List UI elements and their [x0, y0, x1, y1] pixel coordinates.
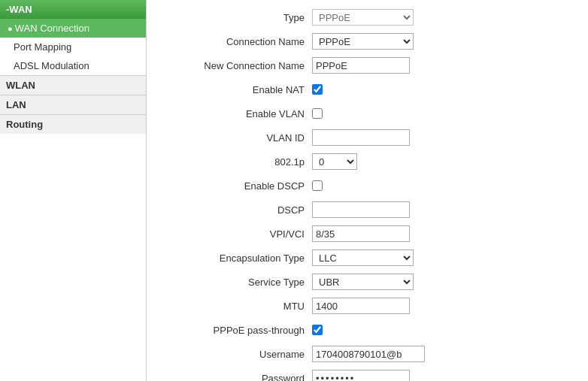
- mtu-input[interactable]: [312, 298, 410, 314]
- enable-nat-row: Enable NAT: [162, 80, 573, 99]
- connection-name-select[interactable]: PPPoE: [312, 33, 414, 50]
- dscp-label: DSCP: [162, 204, 312, 216]
- sidebar-item-label: WAN Connection: [15, 23, 89, 34]
- vlan-8021p-label: 802.1p: [162, 156, 312, 168]
- vpivci-input[interactable]: [312, 225, 410, 242]
- mtu-label: MTU: [162, 301, 312, 312]
- vpivci-row: VPI/VCI: [162, 224, 573, 243]
- vlan-id-label: VLAN ID: [162, 132, 312, 144]
- encapsulation-type-select[interactable]: LLC VC-Mux: [312, 249, 414, 266]
- dscp-input[interactable]: [312, 201, 410, 218]
- sidebar-item-label: Port Mapping: [14, 41, 71, 53]
- enable-nat-checkbox[interactable]: [312, 84, 323, 95]
- type-select[interactable]: PPPoEPPPoAMERIPoABridge: [312, 9, 414, 26]
- sidebar-item-port-mapping[interactable]: Port Mapping: [0, 38, 146, 56]
- password-row: Password: [162, 368, 573, 381]
- enable-vlan-checkbox[interactable]: [312, 108, 323, 119]
- type-label: Type: [162, 12, 312, 23]
- service-type-row: Service Type UBR CBR VBR-nrt VBR-rt: [162, 272, 573, 292]
- sidebar-item-adsl-modulation[interactable]: ADSL Modulation: [0, 56, 146, 75]
- encapsulation-type-label: Encapsulation Type: [162, 252, 312, 264]
- connection-name-row: Connection Name PPPoE: [162, 32, 573, 51]
- pppoe-passthrough-checkbox[interactable]: [312, 325, 323, 335]
- new-connection-name-label: New Connection Name: [162, 60, 312, 71]
- username-row: Username: [162, 344, 573, 364]
- vlan-id-row: VLAN ID: [162, 128, 573, 147]
- new-connection-name-input[interactable]: [312, 57, 410, 74]
- vlan-id-input[interactable]: [312, 129, 410, 146]
- enable-dscp-row: Enable DSCP: [162, 176, 573, 195]
- sidebar-section-routing[interactable]: Routing: [0, 114, 146, 134]
- username-label: Username: [162, 349, 312, 360]
- encapsulation-type-row: Encapsulation Type LLC VC-Mux: [162, 248, 573, 268]
- sidebar-header: -WAN: [0, 0, 146, 19]
- pppoe-passthrough-row: PPPoE pass-through: [162, 320, 573, 340]
- username-input[interactable]: [312, 346, 425, 362]
- enable-dscp-label: Enable DSCP: [162, 180, 312, 192]
- enable-nat-label: Enable NAT: [162, 84, 312, 95]
- dscp-row: DSCP: [162, 200, 573, 219]
- connection-name-label: Connection Name: [162, 36, 312, 47]
- service-type-label: Service Type: [162, 277, 312, 288]
- enable-vlan-row: Enable VLAN: [162, 104, 573, 123]
- vlan-8021p-row: 802.1p 01234567: [162, 152, 573, 171]
- sidebar-section-wlan[interactable]: WLAN: [0, 75, 146, 95]
- vpivci-label: VPI/VCI: [162, 228, 312, 240]
- mtu-row: MTU: [162, 296, 573, 316]
- password-label: Password: [162, 373, 312, 382]
- new-connection-name-row: New Connection Name: [162, 56, 573, 75]
- sidebar-item-label: ADSL Modulation: [14, 60, 89, 71]
- sidebar-section-lan[interactable]: LAN: [0, 95, 146, 114]
- sidebar-item-wan-connection[interactable]: WAN Connection: [0, 19, 146, 38]
- vlan-8021p-select[interactable]: 01234567: [312, 153, 357, 170]
- main-content: Type PPPoEPPPoAMERIPoABridge Connection …: [147, 0, 588, 381]
- type-row: Type PPPoEPPPoAMERIPoABridge: [162, 8, 573, 27]
- service-type-select[interactable]: UBR CBR VBR-nrt VBR-rt: [312, 274, 414, 290]
- enable-vlan-label: Enable VLAN: [162, 108, 312, 119]
- pppoe-passthrough-label: PPPoE pass-through: [162, 325, 312, 336]
- password-input[interactable]: [312, 370, 410, 381]
- sidebar: -WAN WAN Connection Port Mapping ADSL Mo…: [0, 0, 147, 381]
- enable-dscp-checkbox[interactable]: [312, 180, 323, 191]
